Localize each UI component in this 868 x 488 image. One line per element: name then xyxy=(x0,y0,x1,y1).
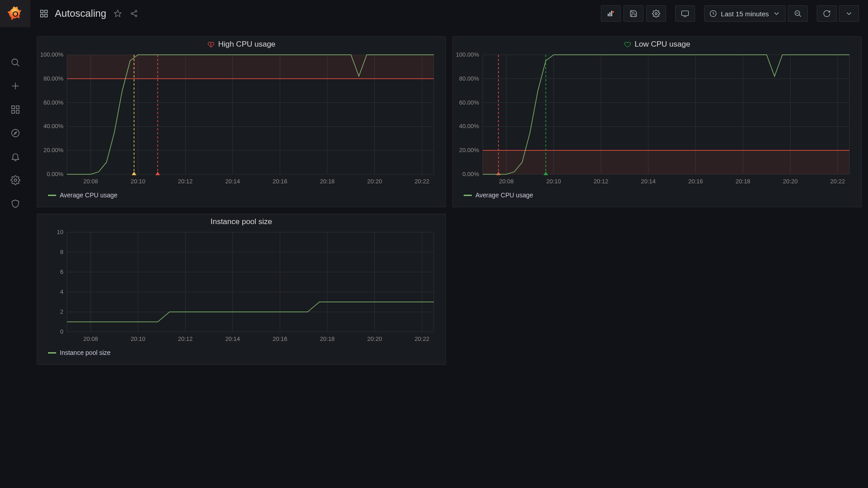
zoom-out-button[interactable] xyxy=(788,5,808,22)
svg-text:20:12: 20:12 xyxy=(178,335,193,342)
svg-rect-5 xyxy=(11,106,14,109)
chart[interactable]: 0.00%20.00%40.00%60.00%80.00%100.00%20:0… xyxy=(37,52,446,188)
svg-rect-22 xyxy=(608,14,609,16)
svg-text:10: 10 xyxy=(57,230,63,235)
star-icon[interactable] xyxy=(113,9,123,19)
svg-marker-67 xyxy=(132,172,136,175)
panel-title: Low CPU usage xyxy=(453,37,861,52)
svg-text:60.00%: 60.00% xyxy=(43,99,64,106)
svg-rect-13 xyxy=(45,10,48,13)
svg-text:20:10: 20:10 xyxy=(547,178,561,185)
timerange-label: Last 15 minutes xyxy=(721,10,769,18)
shield-icon[interactable] xyxy=(6,195,24,213)
svg-rect-8 xyxy=(16,110,19,113)
svg-text:80.00%: 80.00% xyxy=(43,75,64,82)
svg-text:20:18: 20:18 xyxy=(320,178,335,185)
svg-text:20:20: 20:20 xyxy=(367,178,382,185)
svg-rect-64 xyxy=(67,55,434,79)
panel-pool-size[interactable]: Instance pool size 024681020:0820:1020:1… xyxy=(37,214,446,365)
svg-text:6: 6 xyxy=(60,268,63,275)
svg-point-17 xyxy=(135,10,137,12)
svg-text:0.00%: 0.00% xyxy=(47,171,63,177)
svg-line-21 xyxy=(133,14,135,15)
legend[interactable]: Average CPU usage xyxy=(453,188,861,203)
panel-low-cpu[interactable]: Low CPU usage 0.00%20.00%40.00%60.00%80.… xyxy=(452,36,862,207)
compass-icon[interactable] xyxy=(6,124,24,142)
svg-text:20:16: 20:16 xyxy=(273,335,288,342)
share-icon[interactable] xyxy=(129,9,139,19)
legend[interactable]: Average CPU usage xyxy=(37,188,446,203)
svg-text:100.00%: 100.00% xyxy=(40,52,64,58)
svg-text:80.00%: 80.00% xyxy=(459,75,480,82)
svg-text:2: 2 xyxy=(60,308,63,315)
svg-text:20:12: 20:12 xyxy=(594,178,609,185)
dashboard-grid-icon[interactable] xyxy=(39,9,48,18)
svg-rect-6 xyxy=(16,106,19,109)
clock-icon xyxy=(709,10,717,18)
svg-text:20:14: 20:14 xyxy=(641,178,656,185)
page-title[interactable]: Autoscaling xyxy=(55,8,106,19)
topbar: Autoscaling Last 15 minutes xyxy=(30,0,868,27)
bell-icon[interactable] xyxy=(6,148,24,166)
svg-text:20:14: 20:14 xyxy=(225,335,240,342)
grafana-logo[interactable] xyxy=(0,0,30,27)
svg-rect-24 xyxy=(611,11,612,16)
svg-text:20:16: 20:16 xyxy=(273,178,288,185)
chart[interactable]: 0.00%20.00%40.00%60.00%80.00%100.00%20:0… xyxy=(453,52,861,188)
svg-text:20:10: 20:10 xyxy=(131,178,146,185)
svg-text:20:22: 20:22 xyxy=(830,178,845,185)
svg-point-27 xyxy=(655,13,657,15)
svg-text:20:22: 20:22 xyxy=(415,335,430,342)
apps-icon[interactable] xyxy=(6,100,24,119)
svg-rect-14 xyxy=(41,14,43,17)
svg-point-18 xyxy=(131,13,133,14)
panel-title: High CPU usage xyxy=(37,37,446,52)
svg-text:40.00%: 40.00% xyxy=(43,123,64,129)
svg-point-1 xyxy=(12,59,18,65)
gear-icon[interactable] xyxy=(6,171,24,189)
svg-rect-7 xyxy=(11,110,14,113)
svg-text:0: 0 xyxy=(60,328,63,335)
svg-text:20.00%: 20.00% xyxy=(459,147,480,153)
tv-mode-button[interactable] xyxy=(675,5,695,22)
svg-point-19 xyxy=(135,15,137,17)
svg-text:20:18: 20:18 xyxy=(736,178,751,185)
svg-text:20.00%: 20.00% xyxy=(43,147,64,153)
svg-text:20:22: 20:22 xyxy=(415,178,430,185)
svg-text:60.00%: 60.00% xyxy=(459,99,480,106)
svg-text:20:08: 20:08 xyxy=(83,178,98,185)
svg-text:20:20: 20:20 xyxy=(367,335,382,342)
svg-text:20:08: 20:08 xyxy=(499,178,514,185)
timerange-button[interactable]: Last 15 minutes xyxy=(704,5,786,22)
svg-line-20 xyxy=(133,12,135,13)
svg-text:20:12: 20:12 xyxy=(178,178,193,185)
panel-high-cpu[interactable]: High CPU usage 0.00%20.00%40.00%60.00%80… xyxy=(37,36,446,207)
refresh-button[interactable] xyxy=(817,5,837,22)
legend-swatch xyxy=(464,195,472,196)
svg-text:0.00%: 0.00% xyxy=(462,171,479,177)
add-panel-button[interactable] xyxy=(601,5,621,22)
svg-text:4: 4 xyxy=(60,288,63,295)
heart-break-icon xyxy=(207,41,215,48)
settings-button[interactable] xyxy=(646,5,666,22)
legend[interactable]: Instance pool size xyxy=(37,345,446,361)
svg-text:20:10: 20:10 xyxy=(131,335,146,342)
plus-icon[interactable] xyxy=(6,77,24,95)
svg-text:20:14: 20:14 xyxy=(225,178,240,185)
svg-line-2 xyxy=(17,64,19,67)
save-button[interactable] xyxy=(623,5,643,22)
heart-icon xyxy=(624,41,631,48)
svg-text:20:16: 20:16 xyxy=(688,178,703,185)
legend-swatch xyxy=(48,195,56,196)
legend-swatch xyxy=(48,352,56,354)
chart[interactable]: 024681020:0820:1020:1220:1420:1620:1820:… xyxy=(37,230,446,345)
svg-rect-23 xyxy=(609,12,610,16)
search-icon[interactable] xyxy=(6,53,24,72)
svg-text:100.00%: 100.00% xyxy=(456,52,480,58)
svg-text:8: 8 xyxy=(60,249,63,255)
svg-text:20:18: 20:18 xyxy=(320,335,335,342)
svg-marker-69 xyxy=(155,172,160,175)
refresh-options-button[interactable] xyxy=(839,5,859,22)
svg-marker-10 xyxy=(14,132,17,134)
svg-line-32 xyxy=(799,15,801,17)
